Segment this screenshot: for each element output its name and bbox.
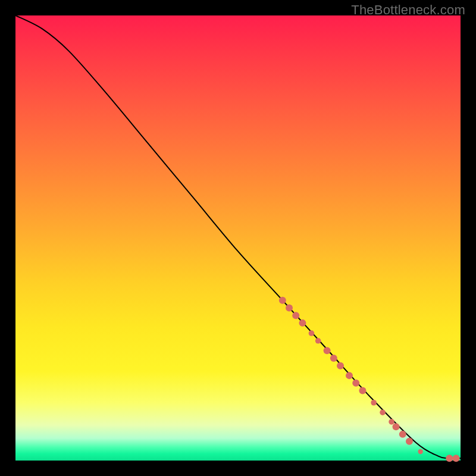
bottleneck-curve xyxy=(15,15,447,458)
data-marker xyxy=(418,449,422,454)
data-marker xyxy=(393,423,400,430)
data-marker xyxy=(399,431,406,438)
data-marker xyxy=(309,330,315,336)
data-marker xyxy=(380,409,386,415)
chart-svg xyxy=(15,15,461,461)
data-marker xyxy=(352,380,359,387)
data-marker xyxy=(346,372,353,379)
data-marker xyxy=(371,400,377,406)
data-marker xyxy=(389,419,394,425)
plot-outer xyxy=(15,15,461,461)
data-marker xyxy=(324,347,331,354)
data-marker xyxy=(279,297,286,304)
data-marker xyxy=(330,355,337,362)
chart-frame: TheBottleneck.com xyxy=(0,0,476,476)
data-marker xyxy=(446,455,453,462)
data-marker xyxy=(315,338,321,344)
data-marker xyxy=(337,362,344,369)
data-marker xyxy=(453,455,460,462)
data-marker xyxy=(292,312,299,319)
data-marker xyxy=(406,438,413,445)
data-marker xyxy=(299,320,306,327)
data-marker xyxy=(359,387,366,394)
data-marker xyxy=(286,304,293,311)
data-markers-group xyxy=(279,297,460,462)
